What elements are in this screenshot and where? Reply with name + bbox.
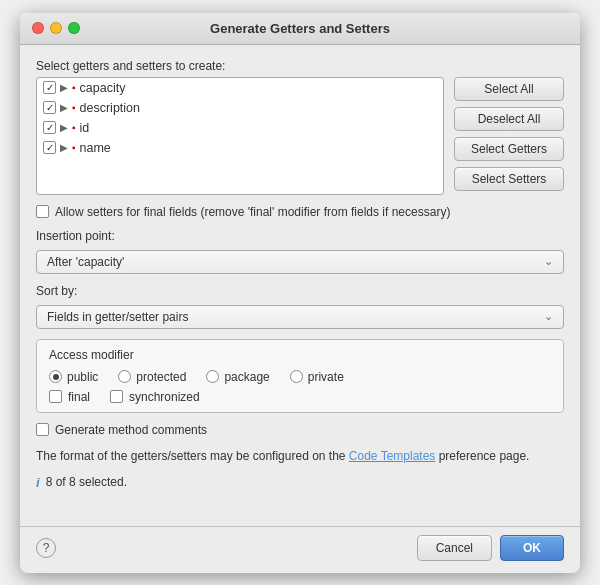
final-row[interactable]: final (49, 390, 90, 404)
synchronized-row[interactable]: synchronized (110, 390, 200, 404)
field-arrow-name: ▶ (60, 142, 68, 153)
status-text: 8 of 8 selected. (46, 475, 127, 489)
footer-left: ? (36, 538, 56, 558)
maximize-button[interactable] (68, 22, 80, 34)
field-arrow-description: ▶ (60, 102, 68, 113)
field-arrow-capacity: ▶ (60, 82, 68, 93)
fields-section-label: Select getters and setters to create: (36, 59, 564, 73)
field-checkbox-description[interactable]: ✓ (43, 101, 56, 114)
window-controls (32, 22, 80, 34)
generate-comments-row[interactable]: Generate method comments (36, 423, 564, 437)
radio-package-label: package (224, 370, 269, 384)
sort-by-dropdown[interactable]: Fields in getter/setter pairs ⌄ (36, 305, 564, 329)
field-icon-id: ▪ (72, 122, 76, 133)
footer: ? Cancel OK (20, 526, 580, 573)
sort-chevron-down-icon: ⌄ (544, 310, 553, 323)
synchronized-checkbox[interactable] (110, 390, 123, 403)
radio-public[interactable]: public (49, 370, 98, 384)
radio-private-label: private (308, 370, 344, 384)
fields-area: ✓ ▶ ▪ capacity ✓ ▶ ▪ description ✓ (36, 77, 564, 195)
code-templates-link[interactable]: Code Templates (349, 449, 436, 463)
insertion-point-value: After 'capacity' (47, 255, 124, 269)
field-name-id: id (80, 121, 90, 135)
select-setters-button[interactable]: Select Setters (454, 167, 564, 191)
minimize-button[interactable] (50, 22, 62, 34)
generate-comments-checkbox[interactable] (36, 423, 49, 436)
field-name-capacity: capacity (80, 81, 126, 95)
radio-public-btn[interactable] (49, 370, 62, 383)
deselect-all-button[interactable]: Deselect All (454, 107, 564, 131)
info-icon: i (36, 475, 40, 490)
allow-final-row[interactable]: Allow setters for final fields (remove '… (36, 205, 564, 219)
radio-row: public protected package private (49, 370, 551, 384)
status-row: i 8 of 8 selected. (36, 475, 564, 490)
field-item-description[interactable]: ✓ ▶ ▪ description (37, 98, 443, 118)
side-buttons: Select All Deselect All Select Getters S… (454, 77, 564, 191)
ok-button[interactable]: OK (500, 535, 564, 561)
dialog: Generate Getters and Setters Select gett… (20, 13, 580, 573)
description-suffix: preference page. (435, 449, 529, 463)
field-item-capacity[interactable]: ✓ ▶ ▪ capacity (37, 78, 443, 98)
sort-by-container: Sort by: Fields in getter/setter pairs ⌄ (36, 284, 564, 329)
radio-protected[interactable]: protected (118, 370, 186, 384)
field-icon-name: ▪ (72, 142, 76, 153)
insertion-point-label: Insertion point: (36, 229, 564, 243)
field-checkbox-id[interactable]: ✓ (43, 121, 56, 134)
allow-final-label: Allow setters for final fields (remove '… (55, 205, 450, 219)
field-checkbox-name[interactable]: ✓ (43, 141, 56, 154)
fields-section: Select getters and setters to create: ✓ … (36, 59, 564, 195)
sort-by-value: Fields in getter/setter pairs (47, 310, 188, 324)
radio-package-btn[interactable] (206, 370, 219, 383)
allow-final-checkbox[interactable] (36, 205, 49, 218)
field-arrow-id: ▶ (60, 122, 68, 133)
radio-protected-btn[interactable] (118, 370, 131, 383)
footer-right: Cancel OK (417, 535, 564, 561)
field-icon-description: ▪ (72, 102, 76, 113)
insertion-point-container: Insertion point: After 'capacity' ⌄ (36, 229, 564, 274)
access-modifier-title: Access modifier (49, 348, 551, 362)
titlebar: Generate Getters and Setters (20, 13, 580, 45)
select-getters-button[interactable]: Select Getters (454, 137, 564, 161)
field-icon-capacity: ▪ (72, 82, 76, 93)
dialog-content: Select getters and setters to create: ✓ … (20, 45, 580, 526)
radio-public-label: public (67, 370, 98, 384)
synchronized-label: synchronized (129, 390, 200, 404)
insertion-point-dropdown[interactable]: After 'capacity' ⌄ (36, 250, 564, 274)
description-prefix: The format of the getters/setters may be… (36, 449, 349, 463)
field-name-description: description (80, 101, 140, 115)
select-all-button[interactable]: Select All (454, 77, 564, 101)
access-modifier-section: Access modifier public protected package… (36, 339, 564, 413)
final-label: final (68, 390, 90, 404)
radio-package[interactable]: package (206, 370, 269, 384)
description-row: The format of the getters/setters may be… (36, 447, 564, 465)
sort-by-label: Sort by: (36, 284, 564, 298)
field-checkbox-capacity[interactable]: ✓ (43, 81, 56, 94)
final-checkbox[interactable] (49, 390, 62, 403)
help-button[interactable]: ? (36, 538, 56, 558)
dialog-title: Generate Getters and Setters (210, 21, 390, 36)
radio-private-btn[interactable] (290, 370, 303, 383)
radio-private[interactable]: private (290, 370, 344, 384)
generate-comments-label: Generate method comments (55, 423, 207, 437)
cancel-button[interactable]: Cancel (417, 535, 492, 561)
close-button[interactable] (32, 22, 44, 34)
field-item-id[interactable]: ✓ ▶ ▪ id (37, 118, 443, 138)
radio-protected-label: protected (136, 370, 186, 384)
modifier-checkboxes: final synchronized (49, 390, 551, 404)
chevron-down-icon: ⌄ (544, 255, 553, 268)
field-name-name: name (80, 141, 111, 155)
fields-list[interactable]: ✓ ▶ ▪ capacity ✓ ▶ ▪ description ✓ (36, 77, 444, 195)
field-item-name[interactable]: ✓ ▶ ▪ name (37, 138, 443, 158)
